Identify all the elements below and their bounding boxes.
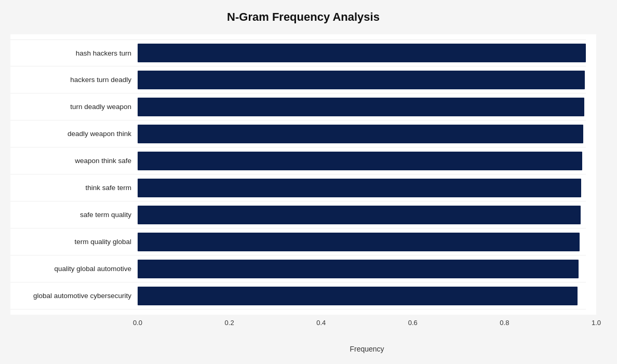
bar-fill [138,98,584,116]
bar-label: hackers turn deadly [10,76,138,84]
bar-label: deadly weapon think [10,130,138,138]
bar-track [138,125,586,143]
bar-row: think safe term [10,174,586,201]
bar-track [138,179,586,197]
bar-row: deadly weapon think [10,120,586,147]
bar-label: global automotive cybersecurity [10,292,138,300]
bar-row: weapon think safe [10,147,586,174]
bar-track [138,71,586,89]
bar-track [138,287,586,305]
chart-title: N-Gram Frequency Analysis [10,10,596,24]
bar-label: weapon think safe [10,157,138,165]
bar-fill [138,287,578,305]
chart-container: N-Gram Frequency Analysis hash hackers t… [0,0,617,364]
bar-fill [138,125,583,143]
bar-track [138,152,586,170]
bar-row: hash hackers turn [10,39,586,66]
bar-fill [138,71,585,89]
bar-row: quality global automotive [10,255,586,282]
x-tick: 0.4 [316,319,326,327]
bar-row: term quality global [10,228,586,255]
bar-label: term quality global [10,238,138,246]
bar-label: turn deadly weapon [10,103,138,111]
x-tick: 0.2 [225,319,234,327]
bar-fill [138,260,579,278]
bar-track [138,233,586,251]
bar-fill [138,152,582,170]
bar-label: safe term quality [10,211,138,219]
x-tick: 0.6 [408,319,418,327]
bar-fill [138,206,581,224]
bar-row: global automotive cybersecurity [10,282,586,309]
x-axis-label: Frequency [138,345,596,353]
x-tick: 0.0 [133,319,142,327]
bar-track [138,44,586,62]
bar-row: safe term quality [10,201,586,228]
bar-row: turn deadly weapon [10,93,586,120]
bar-label: hash hackers turn [10,49,138,57]
bar-track [138,98,586,116]
x-tick: 0.8 [500,319,509,327]
bar-fill [138,179,581,197]
chart-area: hash hackers turnhackers turn deadlyturn… [10,34,596,315]
bar-fill [138,44,586,62]
x-tick: 1.0 [592,319,601,327]
x-axis: 0.00.20.40.60.81.0 [138,315,596,330]
bar-track [138,260,586,278]
bar-track [138,206,586,224]
bar-label: quality global automotive [10,265,138,273]
bar-fill [138,233,580,251]
bar-label: think safe term [10,184,138,192]
bar-row: hackers turn deadly [10,66,586,93]
